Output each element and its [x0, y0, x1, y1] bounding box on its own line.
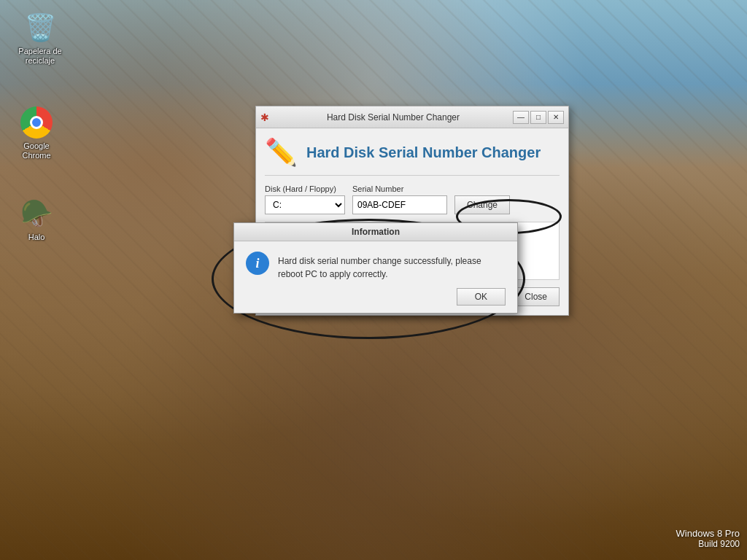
windows-version-line1: Windows 8 Pro: [676, 528, 740, 539]
form-row: Disk (Hard / Floppy) C: A: B: D: E: F: S…: [265, 184, 560, 214]
halo-label: Halo: [28, 233, 45, 242]
serial-label: Serial Number: [352, 184, 447, 193]
app-header-title: Hard Disk Serial Number Changer: [306, 144, 541, 161]
recycle-bin-image: 🗑️: [23, 10, 58, 45]
chrome-icon[interactable]: Google Chrome: [7, 102, 66, 163]
change-button[interactable]: Change: [454, 195, 510, 214]
dialog-message-row: i Hard disk serial number change success…: [246, 252, 506, 281]
dialog-title-bar: Information: [234, 223, 517, 241]
app-close-button[interactable]: Close: [512, 287, 560, 306]
ok-button[interactable]: OK: [457, 288, 506, 306]
close-window-button[interactable]: ✕: [548, 111, 564, 124]
chrome-label: Google Chrome: [10, 141, 63, 160]
serial-input[interactable]: [352, 195, 447, 214]
minimize-button[interactable]: —: [513, 111, 529, 124]
windows-version: Windows 8 Pro Build 9200: [676, 528, 740, 549]
maximize-button[interactable]: □: [530, 111, 546, 124]
serial-form-group: Serial Number: [352, 184, 447, 214]
disk-select[interactable]: C: A: B: D: E: F:: [265, 195, 345, 214]
app-title-text: Hard Disk Serial Number Changer: [274, 112, 513, 122]
dialog-buttons: OK: [246, 288, 506, 306]
app-header-icon: ✏️: [265, 137, 298, 168]
dialog-message: Hard disk serial number change successfu…: [278, 252, 506, 281]
info-dialog: Information i Hard disk serial number ch…: [233, 222, 518, 314]
app-title-icon: ✱: [260, 112, 269, 123]
disk-form-group: Disk (Hard / Floppy) C: A: B: D: E: F:: [265, 184, 345, 214]
title-bar-buttons: — □ ✕: [513, 111, 564, 124]
disk-label: Disk (Hard / Floppy): [265, 184, 345, 193]
halo-image: 🪖: [19, 196, 54, 231]
windows-version-line2: Build 9200: [676, 539, 740, 549]
title-bar: ✱ Hard Disk Serial Number Changer — □ ✕: [256, 106, 568, 128]
dialog-content: i Hard disk serial number change success…: [234, 241, 517, 313]
halo-icon[interactable]: 🪖 Halo: [7, 193, 66, 245]
app-header: ✏️ Hard Disk Serial Number Changer: [265, 137, 560, 176]
recycle-bin-icon[interactable]: 🗑️ Papelera de reciclaje: [11, 7, 69, 69]
info-icon: i: [246, 252, 269, 275]
recycle-bin-label: Papelera de reciclaje: [14, 47, 66, 66]
chrome-image: [19, 105, 54, 140]
